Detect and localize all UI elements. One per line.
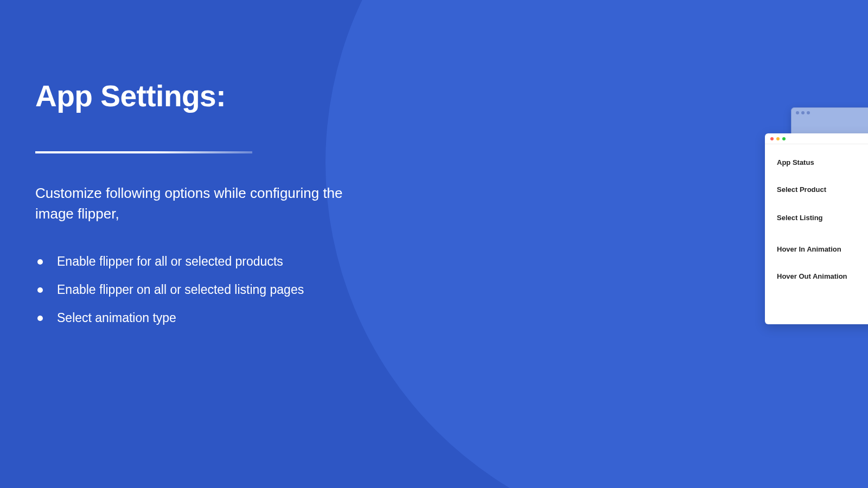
hover-in-label: Hover In Animation — [777, 242, 868, 253]
close-icon[interactable] — [770, 137, 774, 140]
settings-form: App Status Active ▴▾ Select Product All — [765, 144, 868, 286]
select-listing-label: Select Listing — [777, 210, 868, 222]
divider-line — [35, 151, 252, 153]
settings-window: App Status Active ▴▾ Select Product All — [765, 133, 868, 324]
page-subheading: Customize following options while config… — [35, 183, 361, 224]
feature-item: Enable flipper for all or selected produ… — [35, 254, 361, 270]
maximize-icon[interactable] — [782, 137, 786, 140]
app-status-label: App Status — [777, 155, 868, 166]
form-row-select-listing: Select Listing ×Home ×Category ×Search — [777, 210, 868, 232]
feature-item: Select animation type — [35, 310, 361, 326]
feature-item: Enable flipper on all or selected listin… — [35, 282, 361, 298]
left-info-panel: App Settings: Customize following option… — [35, 79, 361, 338]
traffic-light-icon — [807, 111, 810, 114]
form-row-select-product: Select Product All Specific — [777, 182, 868, 201]
window-titlebar — [792, 108, 868, 118]
form-row-hover-out: Hover Out Animation Rotate Clock ▴▾ — [777, 269, 868, 286]
minimize-icon[interactable] — [776, 137, 780, 140]
hover-out-label: Hover Out Animation — [777, 269, 868, 280]
button-row: Save — [765, 296, 868, 313]
traffic-light-icon — [796, 111, 799, 114]
form-row-hover-in: Hover In Animation Rotate Clock ▴▾ — [777, 242, 868, 259]
window-titlebar — [765, 133, 868, 144]
feature-list: Enable flipper for all or selected produ… — [35, 254, 361, 326]
select-product-label: Select Product — [777, 182, 868, 194]
traffic-light-icon — [801, 111, 805, 114]
form-row-app-status: App Status Active ▴▾ — [777, 155, 868, 172]
page-title: App Settings: — [35, 79, 361, 113]
